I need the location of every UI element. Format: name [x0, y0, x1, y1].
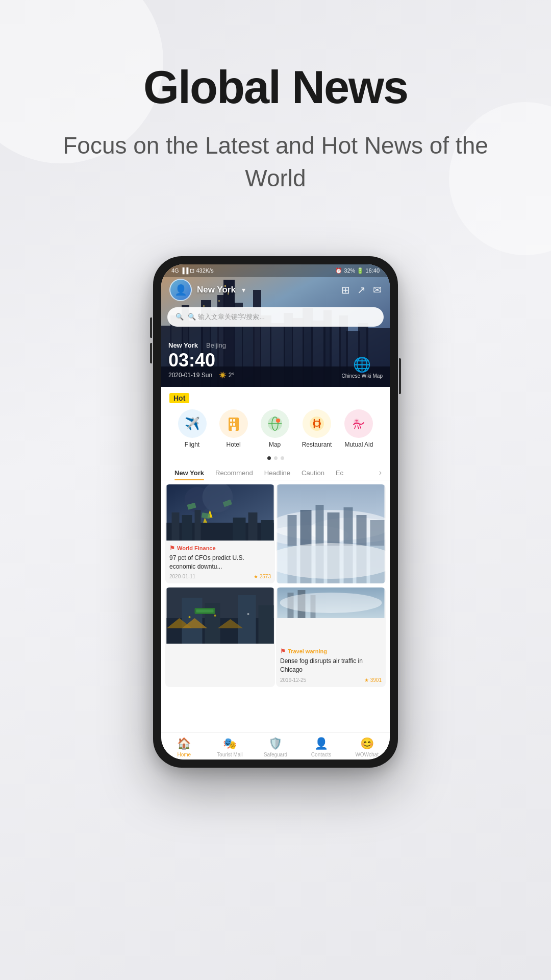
hotel-icon-wrap — [219, 409, 248, 438]
chevron-down-icon: ▾ — [242, 286, 245, 294]
status-left: 4G ▐▐ ⊡ 432K/s — [171, 267, 214, 274]
city-tab-beijing[interactable]: Beijing — [206, 341, 226, 349]
news-body-1: ⚑ World Finance 97 pct of CFOs predict U… — [165, 541, 275, 584]
share-icon[interactable]: ↗ — [357, 284, 366, 296]
news-meta-4: 2019-12-25 ★ 3901 — [280, 677, 382, 683]
main-title: Global News — [31, 61, 520, 114]
search-input-display: 🔍 🔍 输入文章关键字/搜索... — [167, 307, 384, 327]
svg-point-86 — [189, 616, 191, 618]
svg-rect-28 — [203, 305, 205, 307]
nav-tourist-mall-label: Tourist Mall — [217, 752, 243, 757]
hotel-label: Hotel — [227, 441, 241, 448]
news-card-1[interactable]: ⚑ World Finance 97 pct of CFOs predict U… — [165, 484, 275, 584]
tab-recommend[interactable]: Recommend — [210, 466, 258, 480]
news-category-1: ⚑ World Finance — [169, 545, 271, 552]
news-tabs: New York Recommend Headline Caution Ec › — [161, 462, 390, 480]
tab-more-icon[interactable]: › — [379, 468, 382, 477]
svg-rect-34 — [230, 423, 232, 426]
phone-screen: 4G ▐▐ ⊡ 432K/s ⏰ 32% 🔋 16:40 — [161, 264, 390, 760]
contacts-icon: 👤 — [314, 737, 328, 750]
city-tabs: New York Beijing — [168, 341, 234, 349]
globe-icon: 🌐 — [353, 356, 371, 373]
user-info[interactable]: 👤 New York ▾ — [169, 279, 245, 301]
svg-rect-79 — [238, 595, 256, 644]
news-like-count-4: 3901 — [370, 677, 382, 683]
nav-tourist-mall[interactable]: 🎭 Tourist Mall — [207, 737, 253, 757]
nav-contacts[interactable]: 👤 Contacts — [298, 737, 344, 757]
wowchat-icon: 😊 — [360, 737, 374, 750]
service-item-mutual-aid[interactable]: Mutual Aid — [344, 409, 373, 448]
news-likes-1: ★ 2573 — [254, 574, 271, 579]
message-icon[interactable]: ✉ — [373, 284, 382, 296]
news-category-4: ⚑ Travel warning — [280, 648, 382, 655]
star-icon-4: ★ — [364, 677, 369, 683]
service-item-hotel[interactable]: Hotel — [219, 409, 248, 448]
news-meta-1: 2020-01-11 ★ 2573 — [169, 574, 271, 579]
service-item-map[interactable]: Map — [261, 409, 289, 448]
search-bar[interactable]: 🔍 🔍 输入文章关键字/搜索... — [167, 307, 384, 327]
news-image-4 — [276, 587, 386, 644]
service-item-restaurant[interactable]: Restaurant — [302, 409, 332, 448]
map-icon-wrap — [261, 409, 289, 438]
news-date-4: 2019-12-25 — [280, 677, 306, 683]
volume-up-button — [150, 317, 152, 338]
nav-wowchat-label: WOWchat — [355, 752, 379, 757]
news-date-1: 2020-01-11 — [169, 574, 195, 579]
svg-rect-55 — [195, 510, 201, 541]
tab-ec[interactable]: Ec — [331, 466, 348, 480]
nav-home[interactable]: 🏠 Home — [161, 737, 207, 757]
mutual-aid-icon-wrap — [344, 409, 373, 438]
hot-label: Hot — [169, 393, 189, 403]
avatar: 👤 — [169, 279, 192, 301]
nav-contacts-label: Contacts — [311, 752, 331, 757]
weather-info: New York Beijing 03:40 2020-01-19 Sun ☀️… — [168, 341, 234, 379]
dot-1 — [267, 456, 271, 460]
news-card-4[interactable]: ⚑ Travel warning Dense fog disrupts air … — [276, 587, 386, 687]
restaurant-icon-wrap — [303, 409, 331, 438]
mutual-aid-svg-icon — [349, 414, 368, 433]
svg-rect-35 — [233, 423, 235, 426]
expand-icon[interactable]: ⊞ — [341, 284, 350, 296]
map-svg-icon — [266, 414, 284, 433]
svg-rect-58 — [261, 520, 274, 541]
svg-rect-54 — [182, 515, 192, 541]
nav-wowchat[interactable]: 😊 WOWchat — [344, 737, 390, 757]
service-grid: ✈️ Flight — [169, 409, 382, 448]
news-category-label-4: Travel warning — [288, 648, 327, 654]
tab-caution[interactable]: Caution — [296, 466, 330, 480]
phone-outer: 4G ▐▐ ⊡ 432K/s ⏰ 32% 🔋 16:40 — [153, 256, 398, 768]
nav-safeguard[interactable]: 🛡️ Safeguard — [253, 737, 298, 757]
header-section: Global News Focus on the Latest and Hot … — [0, 0, 551, 236]
status-bar: 4G ▐▐ ⊡ 432K/s ⏰ 32% 🔋 16:40 — [161, 264, 390, 277]
svg-rect-56 — [233, 518, 246, 541]
city-tab-newyork[interactable]: New York — [168, 341, 198, 349]
news-card-2[interactable] — [276, 484, 386, 584]
map-label: Map — [269, 441, 281, 448]
header-action-icons: ⊞ ↗ ✉ — [341, 284, 382, 296]
news-grid-row1: ⚑ World Finance 97 pct of CFOs predict U… — [161, 480, 390, 586]
news-title-4: Dense fog disrupts air traffic in Chicag… — [280, 657, 382, 674]
temp: ☀️ 2° — [219, 372, 234, 379]
tab-headline[interactable]: Headline — [259, 466, 295, 480]
sub-title: Focus on the Latest and Hot News of the … — [31, 129, 520, 195]
nav-safeguard-label: Safeguard — [264, 752, 287, 757]
svg-point-93 — [280, 593, 382, 613]
dot-3 — [281, 456, 284, 460]
news-grid-row2: ⚑ Travel warning Dense fog disrupts air … — [161, 585, 390, 691]
wiki-map[interactable]: 🌐 Chinese Wiki Map — [341, 356, 383, 379]
home-icon: 🏠 — [177, 737, 191, 750]
mutual-aid-label: Mutual Aid — [344, 441, 373, 448]
star-icon-1: ★ — [254, 574, 258, 579]
svg-point-87 — [214, 615, 216, 617]
date: 2020-01-19 Sun — [168, 372, 212, 379]
safeguard-icon: 🛡️ — [268, 737, 282, 750]
news-image-3 — [165, 587, 275, 644]
svg-rect-32 — [233, 419, 235, 422]
news-card-3[interactable] — [165, 587, 275, 687]
svg-rect-82 — [196, 609, 214, 612]
tab-newyork[interactable]: New York — [169, 466, 209, 480]
service-item-flight[interactable]: ✈️ Flight — [178, 409, 207, 448]
svg-rect-57 — [248, 512, 258, 541]
svg-text:✈️: ✈️ — [185, 416, 200, 431]
weather-bar: New York Beijing 03:40 2020-01-19 Sun ☀️… — [168, 341, 383, 379]
